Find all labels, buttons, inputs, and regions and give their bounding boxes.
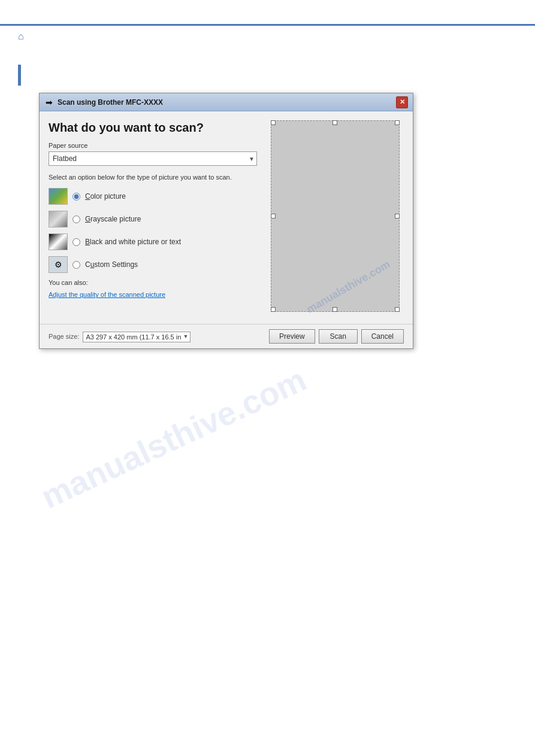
close-button[interactable]: ✕ (396, 96, 408, 108)
radio-option-grayscale: Grayscale picture (49, 211, 257, 227)
accent-bar (18, 65, 21, 86)
home-icon[interactable]: ⌂ (18, 31, 24, 42)
custom-icon: ⚙ (49, 256, 68, 273)
dialog-title-text: Scan using Brother MFC-XXXX (58, 98, 163, 107)
corner-tm (333, 120, 337, 125)
page-size-select-wrapper: A3 297 x 420 mm (11.7 x 16.5 in A4 210 x… (83, 331, 191, 342)
page-size-select[interactable]: A3 297 x 420 mm (11.7 x 16.5 in A4 210 x… (83, 332, 191, 342)
action-buttons: Preview Scan Cancel (269, 329, 404, 344)
right-panel: manualsthive.com (266, 120, 404, 315)
left-panel: What do you want to scan? Paper source F… (49, 120, 257, 315)
radio-bw-label: Black and white picture or text (85, 238, 181, 246)
scan-dialog: ➡ Scan using Brother MFC-XXXX ✕ What do … (39, 93, 413, 349)
paper-source-dropdown-wrapper: Flatbed ADF ▼ (49, 151, 257, 166)
dialog-icon: ➡ (44, 98, 54, 107)
paper-source-select[interactable]: Flatbed ADF (49, 151, 257, 166)
page-size-wrapper: Page size: A3 297 x 420 mm (11.7 x 16.5 … (49, 331, 191, 342)
paper-source-label: Paper source (49, 142, 257, 149)
corner-br (395, 307, 400, 312)
corner-tr (395, 120, 400, 125)
preview-area: manualsthive.com (271, 120, 400, 312)
dialog-title-bar: ➡ Scan using Brother MFC-XXXX ✕ (40, 93, 413, 111)
radio-grayscale[interactable] (72, 215, 80, 223)
adjust-quality-link[interactable]: Adjust the quality of the scanned pictur… (49, 291, 165, 298)
title-bar-left: ➡ Scan using Brother MFC-XXXX (44, 98, 163, 107)
scan-dialog-title: What do you want to scan? (49, 120, 257, 135)
preview-watermark: manualsthive.com (305, 258, 393, 316)
cancel-button[interactable]: Cancel (361, 329, 404, 344)
radio-option-bw: Black and white picture or text (49, 233, 257, 250)
corner-ml (271, 214, 276, 218)
radio-option-custom: ⚙ Custom Settings (49, 256, 257, 273)
radio-color[interactable] (72, 193, 80, 201)
you-can-also-text: You can also: (49, 279, 257, 286)
bw-icon (49, 233, 68, 250)
top-divider (0, 24, 535, 26)
instruction-text: Select an option below for the type of p… (49, 173, 257, 182)
corner-mr (395, 214, 400, 218)
dialog-bottom-bar: Page size: A3 297 x 420 mm (11.7 x 16.5 … (40, 324, 413, 348)
corner-bl (271, 307, 276, 312)
radio-grayscale-label: Grayscale picture (85, 215, 141, 223)
preview-button[interactable]: Preview (269, 329, 315, 344)
grayscale-icon (49, 211, 68, 227)
corner-bm (333, 307, 337, 312)
page-size-label: Page size: (49, 333, 79, 340)
dialog-content: What do you want to scan? Paper source F… (40, 111, 413, 324)
corner-tl (271, 120, 276, 125)
color-icon (49, 188, 68, 205)
radio-color-label: Color picture (85, 192, 126, 201)
radio-bw[interactable] (72, 238, 80, 246)
scan-button[interactable]: Scan (319, 329, 358, 344)
radio-custom[interactable] (72, 261, 80, 269)
page-watermark: manualsthive.com (35, 360, 312, 517)
radio-custom-label: Custom Settings (85, 260, 138, 269)
radio-option-color: Color picture (49, 188, 257, 205)
